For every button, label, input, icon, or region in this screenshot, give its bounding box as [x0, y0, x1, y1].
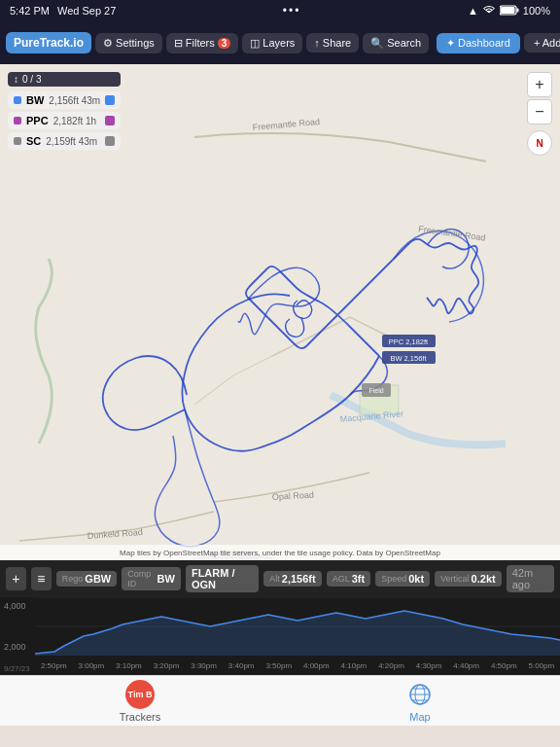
- share-icon: ↑: [314, 37, 320, 49]
- wifi-icon: [482, 5, 496, 17]
- zoom-controls: + − N: [527, 72, 552, 156]
- svg-text:Field: Field: [368, 387, 383, 394]
- settings-icon: ⚙: [103, 37, 113, 50]
- settings-button[interactable]: ⚙ Settings: [95, 33, 162, 53]
- svg-text:BW 2,156ft: BW 2,156ft: [390, 354, 427, 363]
- vertical-tag: Vertical 0.2kt: [435, 571, 502, 587]
- battery-icon: [500, 5, 519, 18]
- tracker-color-ppc: [14, 117, 21, 124]
- flarm-tag: FLARM / OGN: [186, 565, 259, 592]
- info-bar: + ≡ Rego GBW Comp ID BW FLARM / OGN Alt …: [0, 560, 560, 597]
- tracker-color-sc: [14, 137, 21, 145]
- share-button[interactable]: ↑ Share: [306, 33, 359, 53]
- tracker-item-bw[interactable]: BW 2,156ft 43m: [8, 91, 121, 109]
- chart-date: 9/27/23: [4, 664, 30, 673]
- tracker-indicator-ppc: [105, 116, 115, 125]
- status-time: 5:42 PM: [10, 5, 50, 17]
- filters-button[interactable]: ⊟ Filters 3: [166, 33, 239, 53]
- dashboard-button[interactable]: ✦ Dashboard: [437, 33, 520, 53]
- filters-icon: ⊟: [174, 37, 183, 50]
- tracker-count: ↕ 0 / 3: [8, 72, 121, 87]
- agl-tag: AGL 3ft: [327, 571, 370, 587]
- dashboard-icon: ✦: [446, 37, 455, 50]
- trackers-panel: ↕ 0 / 3 BW 2,156ft 43m PPC 2,182ft 1h SC…: [8, 72, 121, 150]
- svg-text:PPC 2,182ft: PPC 2,182ft: [389, 338, 429, 346]
- tracker-indicator-sc: [105, 136, 115, 146]
- status-date: Wed Sep 27: [57, 5, 116, 17]
- map-tab-label: Map: [409, 711, 430, 723]
- chart-svg: [35, 597, 560, 656]
- zoom-out-button[interactable]: −: [527, 99, 552, 124]
- tab-bar: Tim B Trackers Map: [0, 675, 560, 726]
- tracker-color-bw: [14, 96, 21, 104]
- add-tracker-button[interactable]: + Add Tracker: [524, 33, 560, 53]
- status-dots: •••: [283, 4, 301, 18]
- chart-x-labels: 2:50pm 3:00pm 3:10pm 3:20pm 3:30pm 3:40p…: [35, 656, 560, 675]
- map-area[interactable]: Field PPC 2,182ft BW 2,156ft Freemantle …: [0, 64, 560, 560]
- chart-area[interactable]: 4,000 2,000 2:50pm 3:00pm 3:10pm 3:20pm …: [0, 597, 560, 675]
- menu-button[interactable]: ≡: [31, 567, 52, 590]
- tab-trackers[interactable]: Tim B Trackers: [101, 680, 179, 723]
- status-bar: 5:42 PM Wed Sep 27 ••• ▲ 100%: [0, 0, 560, 21]
- battery-percent: 100%: [523, 5, 550, 17]
- sort-icon: ↕: [14, 74, 18, 85]
- tracker-item-sc[interactable]: SC 2,159ft 43m: [8, 132, 121, 150]
- layers-button[interactable]: ◫ Layers: [242, 33, 302, 53]
- nav-bar: PureTrack.io ⚙ Settings ⊟ Filters 3 ◫ La…: [0, 21, 560, 64]
- rego-tag: Rego GBW: [56, 571, 117, 587]
- compass[interactable]: N: [527, 130, 552, 156]
- tracker-item-ppc[interactable]: PPC 2,182ft 1h: [8, 112, 121, 129]
- layers-icon: ◫: [250, 37, 260, 50]
- search-button[interactable]: 🔍 Search: [363, 33, 429, 53]
- map-attribution: Map tiles by OpenStreetMap tile servers,…: [0, 545, 560, 560]
- tab-map[interactable]: Map: [381, 680, 459, 723]
- svg-rect-1: [516, 8, 518, 12]
- trackers-tab-label: Trackers: [120, 711, 160, 723]
- alt-tag: Alt 2,156ft: [263, 571, 321, 587]
- signal-icon: ▲: [468, 5, 478, 17]
- filters-badge: 3: [218, 38, 231, 49]
- logo[interactable]: PureTrack.io: [6, 32, 91, 53]
- add-button[interactable]: +: [6, 567, 26, 590]
- comp-id-tag: Comp ID BW: [122, 567, 181, 590]
- speed-tag: Speed 0kt: [375, 571, 430, 587]
- chart-y-labels: 4,000 2,000: [0, 597, 35, 656]
- avatar-icon: Tim B: [125, 680, 155, 709]
- tracker-indicator-bw: [105, 95, 115, 105]
- map-tab-icon: [405, 680, 435, 709]
- zoom-in-button[interactable]: +: [527, 72, 552, 97]
- svg-rect-2: [501, 7, 515, 14]
- search-icon: 🔍: [370, 37, 384, 50]
- ago-tag: 42m ago: [507, 565, 554, 592]
